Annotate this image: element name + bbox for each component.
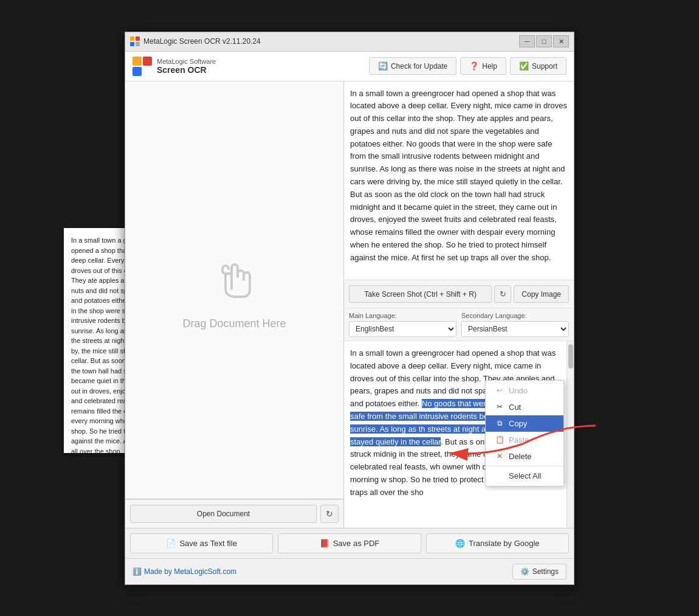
paste-icon: 📋 xyxy=(495,435,504,444)
scrollbar[interactable] xyxy=(566,341,574,528)
delete-icon: ✕ xyxy=(495,452,504,460)
settings-label: Settings xyxy=(532,567,559,576)
footer: ℹ️ Made by MetaLogicSoft.com ⚙️ Settings xyxy=(125,558,574,584)
help-button[interactable]: ❓ Help xyxy=(460,57,506,75)
save-pdf-icon: 📕 xyxy=(320,539,329,548)
context-menu-select-all[interactable]: Select All xyxy=(486,468,563,484)
bottom-bar: 📄 Save as Text file 📕 Save as PDF 🌐 Tran… xyxy=(125,528,574,558)
screenshot-bar: Take Screen Shot (Ctrl + Shift + R) ↻ Co… xyxy=(344,280,574,308)
copy-image-button[interactable]: Copy Image xyxy=(514,285,569,303)
screenshot-button[interactable]: Take Screen Shot (Ctrl + Shift + R) xyxy=(349,285,492,303)
check-update-label: Check for Update xyxy=(391,62,447,71)
open-doc-bar: Open Document ↻ xyxy=(125,499,343,528)
save-pdf-button[interactable]: 📕 Save as PDF xyxy=(278,533,421,553)
drag-text: Drag Document Here xyxy=(182,317,286,330)
svg-rect-2 xyxy=(136,36,140,41)
support-icon: ✅ xyxy=(519,61,529,71)
select-all-label: Select All xyxy=(509,471,541,480)
save-text-label: Save as Text file xyxy=(179,539,236,548)
app-icon xyxy=(130,36,140,46)
main-language-select[interactable]: EnglishBest xyxy=(349,321,456,337)
close-button[interactable]: ✕ xyxy=(553,35,569,47)
screenshot-refresh-icon: ↻ xyxy=(500,289,506,299)
context-menu-separator xyxy=(486,466,563,466)
cut-label: Cut xyxy=(509,403,521,412)
ocr-result-text: In a small town a greengrocer had opened… xyxy=(350,89,567,262)
support-label: Support xyxy=(532,62,557,71)
support-button[interactable]: ✅ Support xyxy=(510,57,566,75)
app-header: MetaLogic Software Screen OCR 🔄 Check fo… xyxy=(125,52,574,81)
company-name: MetaLogic Software xyxy=(157,58,216,65)
hand-cursor-icon xyxy=(210,249,259,310)
update-icon: 🔄 xyxy=(378,61,388,71)
screenshot-refresh-button[interactable]: ↻ xyxy=(494,285,511,303)
context-menu-delete[interactable]: ✕ Delete xyxy=(486,448,563,465)
secondary-language-group: Secondary Language: PersianBest xyxy=(461,312,569,337)
context-menu-paste[interactable]: 📋 Paste xyxy=(486,432,563,448)
website-link[interactable]: ℹ️ Made by MetaLogicSoft.com xyxy=(133,567,236,576)
help-label: Help xyxy=(482,62,497,71)
logo-sq-red xyxy=(143,57,152,66)
window-title: MetaLogic Screen OCR v2.11.20.24 xyxy=(143,37,519,46)
translate-label: Translate by Google xyxy=(469,539,540,548)
info-icon: ℹ️ xyxy=(133,567,142,576)
open-document-button[interactable]: Open Document xyxy=(130,505,317,523)
logo-area: MetaLogic Software Screen OCR xyxy=(133,57,369,76)
main-window: MetaLogic Screen OCR v2.11.20.24 ─ □ ✕ M… xyxy=(125,32,574,585)
website-link-text: Made by MetaLogicSoft.com xyxy=(144,567,236,576)
refresh-icon: ↻ xyxy=(326,509,333,519)
save-pdf-label: Save as PDF xyxy=(333,539,380,548)
svg-rect-1 xyxy=(130,36,134,41)
copy-icon: ⧉ xyxy=(495,419,504,427)
product-name: Screen OCR xyxy=(157,65,216,75)
secondary-language-select[interactable]: PersianBest xyxy=(461,321,569,337)
titlebar: MetaLogic Screen OCR v2.11.20.24 ─ □ ✕ xyxy=(125,32,574,52)
window-controls: ─ □ ✕ xyxy=(519,35,569,47)
logo-sq-blue xyxy=(133,67,142,76)
ocr-result-area: In a small town a greengrocer had opened… xyxy=(344,81,574,281)
context-menu-cut[interactable]: ✂ Cut xyxy=(486,399,563,415)
context-menu-undo[interactable]: ↩ Undo xyxy=(486,382,563,399)
settings-icon: ⚙️ xyxy=(520,567,529,576)
maximize-button[interactable]: □ xyxy=(536,35,552,47)
minimize-button[interactable]: ─ xyxy=(519,35,535,47)
save-text-button[interactable]: 📄 Save as Text file xyxy=(130,533,273,553)
drag-area[interactable]: Drag Document Here xyxy=(125,81,343,499)
undo-icon: ↩ xyxy=(495,386,504,395)
logo-icon xyxy=(133,57,152,76)
svg-rect-4 xyxy=(136,42,140,46)
context-menu-copy[interactable]: ⧉ Copy xyxy=(486,415,563,432)
settings-button[interactable]: ⚙️ Settings xyxy=(512,564,566,580)
svg-rect-3 xyxy=(130,42,134,46)
left-panel: Drag Document Here Open Document ↻ xyxy=(125,81,344,528)
logo-sq-empty xyxy=(143,67,152,76)
cut-icon: ✂ xyxy=(495,403,504,411)
secondary-language-label: Secondary Language: xyxy=(461,312,569,319)
header-buttons: 🔄 Check for Update ❓ Help ✅ Support xyxy=(369,57,566,75)
check-update-button[interactable]: 🔄 Check for Update xyxy=(369,57,456,75)
context-menu: ↩ Undo ✂ Cut ⧉ Copy 📋 Paste ✕ Delete Sel… xyxy=(485,380,564,486)
help-icon: ❓ xyxy=(469,61,479,71)
copy-label: Copy xyxy=(509,419,527,428)
delete-label: Delete xyxy=(509,452,532,461)
language-section: Main Language: EnglishBest Secondary Lan… xyxy=(344,308,574,341)
translate-icon: 🌐 xyxy=(455,539,465,548)
logo-text: MetaLogic Software Screen OCR xyxy=(157,58,216,75)
paste-label: Paste xyxy=(509,435,529,445)
refresh-button[interactable]: ↻ xyxy=(320,505,339,523)
translate-button[interactable]: 🌐 Translate by Google xyxy=(426,533,569,553)
save-text-icon: 📄 xyxy=(166,539,176,548)
main-language-label: Main Language: xyxy=(349,312,456,319)
main-language-group: Main Language: EnglishBest xyxy=(349,312,456,337)
scrollbar-thumb[interactable] xyxy=(568,344,573,369)
logo-sq-orange xyxy=(133,57,142,66)
undo-label: Undo xyxy=(509,386,528,395)
